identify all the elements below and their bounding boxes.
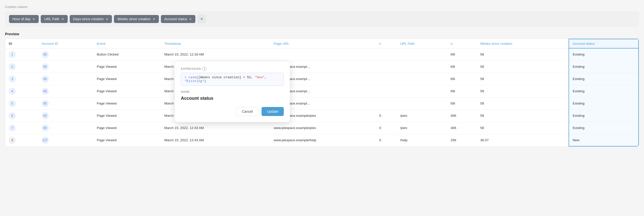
col-header-url-path: URL Path — [397, 39, 447, 48]
table-row: 8 217 Page Viewed March 15, 2022, 12:43 … — [5, 134, 638, 146]
cell-account-id: 83 — [38, 97, 94, 109]
cell-days: l06 — [447, 73, 477, 85]
expr-equals: = — [184, 76, 188, 79]
tabs-container: Hour of day ✕ URL Path ✕ Days since crea… — [5, 11, 639, 27]
cell-url-path — [397, 61, 447, 73]
cell-id: 3 — [5, 73, 38, 85]
cell-url-path: /help — [397, 134, 447, 146]
cell-hour — [376, 61, 396, 73]
tab-close-days-since-creation[interactable]: ✕ — [106, 17, 108, 21]
cell-days: l06 — [447, 85, 477, 97]
cell-event: Page Viewed — [93, 134, 161, 146]
update-button[interactable]: Update — [262, 107, 284, 116]
cell-event: Page Viewed — [93, 97, 161, 109]
cell-days: l06 — [447, 48, 477, 61]
cell-event: Button Clicked — [93, 48, 161, 61]
col-header-id: ID — [5, 39, 38, 48]
expression-section-label: EXPRESSION i — [181, 67, 284, 71]
expression-popup: EXPRESSION i = case([Weeks since creatio… — [175, 62, 290, 122]
data-table: ID Account ID Event Timestamp Page URL n… — [5, 39, 639, 146]
cell-page-url — [270, 48, 376, 61]
cell-id: 5 — [5, 97, 38, 109]
cell-weeks: 58 — [477, 48, 569, 61]
cancel-button[interactable]: Cancel — [236, 107, 258, 116]
tab-label-account-status: Account status — [164, 17, 187, 21]
cell-id: 6 — [5, 109, 38, 122]
expression-editor[interactable]: = case([Weeks since creation] < 52, "New… — [181, 73, 284, 86]
cell-hour — [376, 48, 396, 61]
cell-weeks: 58 — [477, 73, 569, 85]
table-row: 1 83 Button Clicked March 15, 2022, 12:1… — [5, 48, 638, 61]
tab-weeks-since-creation[interactable]: Weeks since creation ✕ — [114, 15, 159, 23]
expr-open-paren: ( — [196, 76, 198, 79]
cell-hour — [376, 73, 396, 85]
tab-close-weeks-since-creation[interactable]: ✕ — [153, 17, 156, 21]
cell-account-status: New — [569, 134, 638, 146]
col-header-account-status: Account status — [569, 39, 638, 48]
cell-account-id: 83 — [38, 85, 94, 97]
cell-weeks: 58 — [477, 61, 569, 73]
cell-event: Page Viewed — [93, 73, 161, 85]
expr-operator: < 52, — [241, 76, 255, 79]
cell-timestamp: March 15, 2022, 12:18 AM — [161, 48, 270, 61]
cell-hour — [376, 85, 396, 97]
cell-weeks: 58 — [477, 122, 569, 134]
tab-days-since-creation[interactable]: Days since creation ✕ — [70, 15, 112, 23]
tab-account-status[interactable]: Account status ✕ — [161, 15, 196, 23]
cell-weeks: 58 — [477, 85, 569, 97]
cell-weeks: 58 — [477, 97, 569, 109]
expr-field-ref: Weeks since creation — [200, 76, 239, 79]
info-icon[interactable]: i — [202, 67, 206, 71]
cell-days: 256 — [447, 134, 477, 146]
cell-account-id: 217 — [38, 134, 94, 146]
tab-label-weeks-since-creation: Weeks since creation — [118, 17, 151, 21]
cell-days: l06 — [447, 97, 477, 109]
expr-string-existing: "Existing" — [184, 79, 204, 83]
cell-event: Page Viewed — [93, 122, 161, 134]
cell-account-id: 83 — [38, 73, 94, 85]
table-row: 2 83 Page Viewed March 15, 2022, 12:20 A… — [5, 61, 638, 73]
table-row: 4 83 Page Viewed March 15, 2022, 12:25 A… — [5, 85, 638, 97]
cell-event: Page Viewed — [93, 61, 161, 73]
tab-url-path[interactable]: URL Path ✕ — [41, 15, 68, 23]
cell-page-url: www.piespace.example/help — [270, 134, 376, 146]
cell-weeks: 58 — [477, 109, 569, 122]
cell-hour: 0 — [376, 109, 396, 122]
tab-hour-of-day[interactable]: Hour of day ✕ — [9, 15, 39, 23]
cell-id: 7 — [5, 122, 38, 134]
tab-close-url-path[interactable]: ✕ — [62, 17, 64, 21]
expr-close-paren: ) — [204, 79, 206, 83]
cell-account-id: 83 — [38, 109, 94, 122]
cell-days: l06 — [447, 61, 477, 73]
cell-url-path — [397, 73, 447, 85]
cell-timestamp: March 15, 2022, 12:43 AM — [161, 122, 270, 134]
cell-url-path — [397, 97, 447, 109]
expr-case-kw: case — [188, 76, 196, 79]
cell-account-status: Existing — [569, 73, 638, 85]
cell-event: Page Viewed — [93, 85, 161, 97]
cell-hour: 0 — [376, 122, 396, 134]
cell-id: 2 — [5, 61, 38, 73]
name-section-label: NAME — [181, 90, 284, 93]
col-header-hour: n — [376, 39, 396, 48]
cell-days: 406 — [447, 109, 477, 122]
popup-column-name: Account status — [181, 96, 284, 101]
tab-close-account-status[interactable]: ✕ — [189, 17, 192, 21]
cell-account-status: Existing — [569, 85, 638, 97]
tab-label-hour-of-day: Hour of day — [12, 17, 30, 21]
cell-account-id: 83 — [38, 61, 94, 73]
col-header-event: Event — [93, 39, 161, 48]
table-wrapper: ID Account ID Event Timestamp Page URL n… — [5, 39, 639, 147]
tab-add-button[interactable]: + — [197, 15, 206, 23]
cell-account-status: Existing — [569, 109, 638, 122]
cell-id: 4 — [5, 85, 38, 97]
popup-actions: Cancel Update — [181, 107, 284, 116]
tab-close-hour-of-day[interactable]: ✕ — [32, 17, 35, 21]
cell-account-status: Existing — [569, 48, 638, 61]
col-header-timestamp: Timestamp — [161, 39, 270, 48]
preview-label: Preview — [5, 32, 639, 36]
expr-comma: , — [264, 76, 266, 79]
tab-label-days-since-creation: Days since creation — [73, 17, 104, 21]
cell-page-url: www.piespace.example/pies — [270, 122, 376, 134]
col-header-account-id: Account ID — [38, 39, 94, 48]
